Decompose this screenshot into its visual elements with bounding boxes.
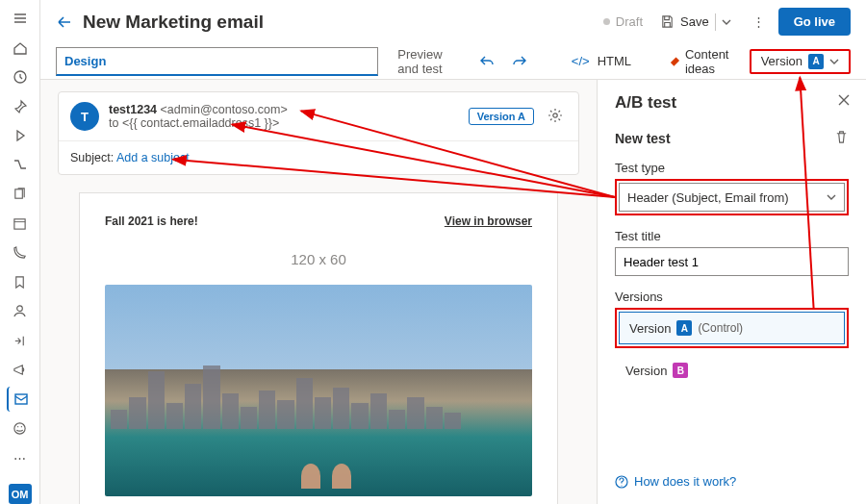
chevron-down-icon[interactable] — [722, 17, 731, 27]
hero-image — [105, 285, 532, 496]
version-a-badge: A — [676, 320, 692, 336]
version-b-badge: B — [673, 363, 688, 378]
svg-rect-1 — [15, 189, 23, 198]
ab-test-panel: A/B test New test Test type Header (Subj… — [597, 80, 866, 504]
emoji-icon[interactable] — [7, 416, 34, 441]
email-header-card: T test1234 <admin@contoso.com> to <{{ co… — [58, 91, 579, 175]
subject-input[interactable]: Add a subject — [116, 151, 190, 164]
html-button[interactable]: </>HTML — [572, 54, 631, 68]
top-bar: New Marketing email Draft Save ⋮ Go live — [40, 0, 866, 43]
sender-name: test1234 — [109, 103, 157, 116]
undo-button[interactable] — [479, 54, 495, 69]
chevron-down-icon — [827, 192, 836, 202]
sender-avatar: T — [70, 102, 99, 131]
content-ideas-button[interactable]: Content ideas — [673, 47, 732, 76]
subject-label: Subject: — [70, 151, 114, 164]
canvas-area: T test1234 <admin@contoso.com> to <{{ co… — [40, 80, 597, 504]
redo-button[interactable] — [512, 54, 527, 69]
more-button[interactable]: ⋮ — [747, 11, 771, 33]
megaphone-icon[interactable] — [7, 357, 34, 382]
chevron-down-icon — [829, 57, 839, 66]
version-b-item[interactable]: Version B — [615, 354, 849, 387]
share-icon[interactable] — [7, 328, 34, 353]
phone-icon[interactable] — [7, 240, 34, 265]
email-preview: Fall 2021 is here! View in browser 120 x… — [79, 192, 558, 504]
logo-placeholder: 120 x 60 — [105, 243, 532, 285]
menu-icon[interactable] — [7, 6, 34, 31]
mail-icon[interactable] — [7, 387, 34, 412]
version-a-item[interactable]: Version A (Control) — [619, 312, 845, 344]
delete-test-button[interactable] — [834, 130, 849, 147]
tab-design[interactable]: Design — [56, 47, 378, 76]
version-a-badge: A — [808, 54, 824, 69]
new-test-label: New test — [615, 131, 671, 146]
header-version-badge: Version A — [469, 108, 534, 125]
flow-icon[interactable] — [7, 152, 34, 177]
sender-address: <admin@contoso.com> — [161, 103, 288, 116]
test-title-input[interactable] — [615, 247, 849, 276]
test-type-label: Test type — [615, 161, 849, 175]
more-nav-icon[interactable]: ⋯ — [7, 445, 34, 470]
go-live-button[interactable]: Go live — [778, 8, 851, 36]
svg-rect-4 — [15, 394, 27, 404]
app-badge[interactable]: OM — [9, 484, 32, 504]
view-in-browser-link[interactable]: View in browser — [445, 214, 532, 228]
svg-point-6 — [553, 113, 557, 116]
play-icon[interactable] — [7, 123, 34, 148]
panel-title: A/B test — [615, 93, 849, 113]
version-switcher[interactable]: Version A — [750, 49, 851, 74]
close-panel-button[interactable] — [837, 93, 851, 110]
person-icon[interactable] — [7, 299, 34, 324]
save-button[interactable]: Save — [652, 10, 739, 35]
recipient-token: <{{ contact.emailaddress1 }}> — [122, 116, 279, 130]
header-settings-button[interactable] — [544, 104, 567, 130]
tabs-row: Design Preview and test </>HTML Content … — [40, 43, 866, 80]
preview-heading: Fall 2021 is here! — [105, 214, 198, 228]
tab-preview[interactable]: Preview and test — [395, 39, 444, 84]
home-icon[interactable] — [7, 35, 34, 60]
calendar-icon[interactable] — [7, 211, 34, 236]
to-prefix: to — [109, 116, 122, 130]
test-type-select[interactable]: Header (Subject, Email from) — [619, 183, 845, 212]
back-button[interactable] — [56, 13, 73, 31]
test-title-label: Test title — [615, 229, 849, 243]
copy-icon[interactable] — [7, 182, 34, 207]
bookmark-icon[interactable] — [7, 269, 34, 294]
versions-label: Versions — [615, 290, 849, 304]
svg-point-5 — [14, 423, 25, 434]
recent-icon[interactable] — [7, 64, 34, 89]
page-title: New Marketing email — [83, 12, 594, 33]
pin-icon[interactable] — [7, 93, 34, 118]
svg-point-3 — [17, 306, 23, 312]
svg-rect-2 — [14, 219, 25, 229]
help-link[interactable]: How does it work? — [615, 474, 736, 489]
nav-rail: ⋯ OM — [0, 0, 40, 504]
status-badge: Draft — [603, 14, 643, 29]
